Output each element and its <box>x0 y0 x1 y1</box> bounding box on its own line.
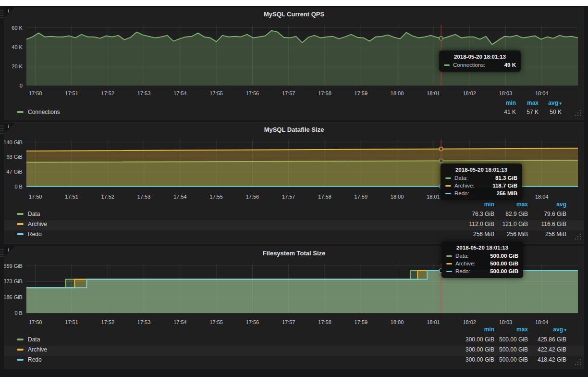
panel-info-icon[interactable]: i <box>4 7 15 18</box>
hover-point-marker <box>439 147 443 151</box>
x-tick-label: 18:00 <box>391 194 404 200</box>
y-tick-label: 140 GiB <box>4 139 23 145</box>
tooltip-series-value: 49 K <box>497 62 516 68</box>
tooltip-series-row: Archive:500.00 GiB <box>446 261 518 266</box>
x-tick-label: 17:53 <box>137 319 150 325</box>
tooltip-series-row: Redo:500.00 GiB <box>446 268 518 274</box>
x-tick-label: 17:51 <box>65 194 78 200</box>
x-tick-label: 17:50 <box>29 90 42 96</box>
tooltip-series-label: Redo: <box>455 268 470 274</box>
panel-title[interactable]: MySQL Datafile Size <box>4 126 584 133</box>
x-tick-label: 17:52 <box>101 90 114 96</box>
panel-info-icon[interactable]: i <box>4 246 15 257</box>
x-tick-label: 17:53 <box>137 90 150 96</box>
tooltip-series-value: 256 MiB <box>489 190 517 196</box>
tooltip-series-value: 500.00 GiB <box>482 268 518 274</box>
x-tick-label: 18:03 <box>499 90 512 96</box>
row-drag-handle-icon[interactable] <box>0 126 1 126</box>
info-icon-glyph: i <box>8 8 9 13</box>
legend-series-data[interactable]: Data <box>17 336 40 343</box>
graph-tooltip: 2018-05-20 18:01:13Connections:49 K <box>439 50 521 72</box>
x-tick-label: 17:54 <box>173 319 186 325</box>
x-tick-label: 17:56 <box>246 194 259 200</box>
x-tick-label: 17:50 <box>29 194 42 200</box>
series-color-dash-icon <box>17 111 24 113</box>
x-tick-label: 17:59 <box>355 90 368 96</box>
tooltip-series-label: Connections: <box>453 62 485 68</box>
legend-sort-avg[interactable]: avg ▾ <box>518 100 562 106</box>
y-tick-label: 0 B <box>14 184 22 189</box>
x-tick-label: 17:58 <box>318 194 331 200</box>
series-color-dash-icon <box>17 339 24 340</box>
x-tick-label: 17:50 <box>29 319 42 325</box>
y-tick-label: 60 K <box>12 25 23 31</box>
y-tick-label: 559 GiB <box>4 263 23 269</box>
x-tick-label: 17:51 <box>65 319 78 325</box>
legend-series-redo[interactable]: Redo <box>17 356 42 363</box>
tooltip-series-label: Archive: <box>454 183 475 188</box>
y-tick-label: 0 <box>20 83 23 88</box>
row-drag-handle-icon[interactable] <box>0 10 1 11</box>
row-drag-handle-icon[interactable] <box>0 249 1 250</box>
x-tick-label: 18:00 <box>391 319 404 325</box>
legend-series-label: Connections <box>28 109 60 115</box>
x-tick-label: 17:51 <box>65 90 78 96</box>
tooltip-series-label: Archive: <box>455 261 476 266</box>
tooltip-series-label: Redo: <box>454 190 469 196</box>
series-color-dash-icon <box>17 359 24 361</box>
tooltip-series-row: Data:500.00 GiB <box>446 253 518 259</box>
tooltip-series-label: Data: <box>455 253 469 259</box>
y-tick-label: 47 GiB <box>6 169 23 175</box>
series-color-dash-icon <box>445 193 451 194</box>
panel-resize-handle-icon[interactable] <box>580 115 581 116</box>
panel-info-icon[interactable]: i <box>4 123 15 133</box>
legend-series-archive[interactable]: Archive <box>17 346 47 353</box>
x-tick-label: 17:53 <box>137 194 150 200</box>
series-color-dash-icon <box>17 349 24 351</box>
x-tick-label: 17:56 <box>246 90 259 96</box>
grafana-dashboard: i MySQL Current QPS 020 K40 K60 K17:5017… <box>0 6 588 377</box>
tooltip-series-value: 118.7 GiB <box>485 183 517 188</box>
x-tick-label: 17:56 <box>246 319 259 325</box>
x-tick-label: 18:04 <box>535 194 548 200</box>
legend-series-label: Redo <box>28 231 42 238</box>
legend-series-data[interactable]: Data <box>17 211 40 217</box>
y-tick-label: 40 K <box>12 44 23 50</box>
hover-point-marker <box>439 159 443 163</box>
tooltip-series-row: Archive:118.7 GiB <box>445 183 517 188</box>
y-tick-label: 93 GiB <box>6 154 23 160</box>
legend-sort-max[interactable]: max <box>485 326 528 333</box>
panel-resize-handle-icon[interactable] <box>580 364 581 365</box>
panel-title[interactable]: MySQL Current QPS <box>4 11 584 18</box>
tooltip-timestamp: 2018-05-20 18:01:13 <box>445 167 517 173</box>
legend-series-connections[interactable]: Connections <box>17 109 60 115</box>
legend-series-label: Data <box>28 336 40 343</box>
legend-series-archive[interactable]: Archive <box>17 221 47 227</box>
legend-sort-avg[interactable]: avg ▾ <box>523 326 566 333</box>
legend-series-label: Data <box>28 211 40 217</box>
x-tick-label: 17:58 <box>318 319 331 325</box>
series-color-dash-icon <box>444 64 450 66</box>
x-tick-label: 18:01 <box>427 319 440 325</box>
legend-sort-max[interactable]: max <box>485 201 528 208</box>
series-color-dash-icon <box>445 185 451 187</box>
tooltip-series-row: Data:81.3 GiB <box>445 175 517 181</box>
graph-tooltip: 2018-05-20 18:01:13Data:500.00 GiBArchiv… <box>441 241 523 278</box>
series-color-dash-icon <box>17 223 24 225</box>
series-color-dash-icon <box>17 233 24 235</box>
x-tick-label: 18:02 <box>463 90 476 96</box>
x-tick-label: 17:57 <box>282 90 295 96</box>
x-tick-label: 17:54 <box>173 194 186 200</box>
tooltip-series-value: 500.00 GiB <box>482 261 518 266</box>
x-tick-label: 18:00 <box>391 90 404 96</box>
tooltip-series-value: 500.00 GiB <box>482 253 518 259</box>
x-tick-label: 17:54 <box>173 90 186 96</box>
panel-resize-handle-icon[interactable] <box>580 239 581 239</box>
legend-sort-avg[interactable]: avg <box>523 201 566 208</box>
chevron-down-icon: ▾ <box>563 327 566 332</box>
x-tick-label: 17:52 <box>101 194 114 200</box>
legend-series-redo[interactable]: Redo <box>17 231 42 238</box>
series-color-dash-icon <box>446 263 452 264</box>
y-tick-label: 373 GiB <box>4 278 23 284</box>
x-tick-label: 17:52 <box>101 319 114 325</box>
